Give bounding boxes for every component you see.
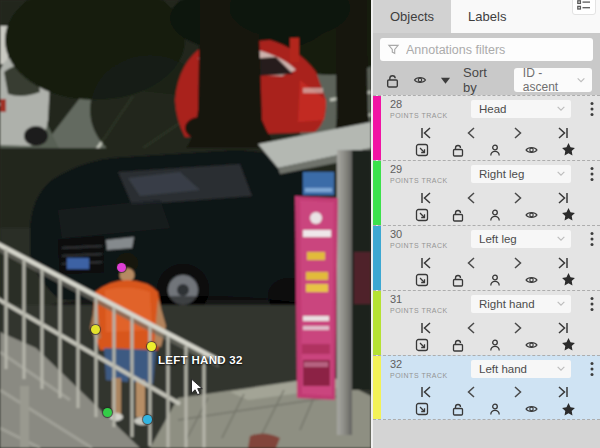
keyframe-button[interactable] — [561, 272, 576, 288]
hide-object-button[interactable] — [524, 401, 539, 417]
expand-states-button[interactable] — [440, 76, 451, 85]
object-menu-button[interactable] — [590, 294, 594, 316]
active-point-label: LEFT HAND 32 — [158, 354, 243, 366]
prev-keyframe-button[interactable] — [465, 255, 479, 271]
switch-occluded-button[interactable] — [488, 337, 502, 353]
track-id-block: 32 POINTS TRACK — [385, 359, 471, 379]
hide-object-button[interactable] — [524, 207, 539, 223]
lock-object-button[interactable] — [451, 272, 465, 288]
label-select[interactable]: Left leg — [471, 230, 571, 248]
first-keyframe-button[interactable] — [419, 190, 433, 206]
sidebar-controls-row: Sort by ID - ascent — [373, 65, 600, 95]
eye-icon — [524, 143, 539, 157]
first-keyframe-button[interactable] — [419, 320, 433, 336]
chevron-down-icon — [556, 300, 566, 308]
hide-object-button[interactable] — [524, 337, 539, 353]
keypoint-right-hand[interactable] — [91, 325, 100, 334]
track-list: 28 POINTS TRACK Head — [373, 95, 600, 448]
switch-outside-button[interactable] — [415, 142, 429, 158]
outside-icon — [415, 208, 429, 222]
keyframe-button[interactable] — [561, 142, 576, 158]
track-item[interactable]: 32 POINTS TRACK Left hand — [373, 355, 600, 420]
switch-occluded-button[interactable] — [488, 207, 502, 223]
track-type: POINTS TRACK — [390, 177, 471, 184]
last-keyframe-icon — [556, 385, 570, 399]
switch-outside-button[interactable] — [415, 401, 429, 417]
switch-outside-button[interactable] — [415, 207, 429, 223]
lock-object-button[interactable] — [451, 401, 465, 417]
next-keyframe-button[interactable] — [510, 190, 524, 206]
switch-outside-button[interactable] — [415, 272, 429, 288]
switch-outside-button[interactable] — [415, 337, 429, 353]
tab-objects[interactable]: Objects — [373, 0, 451, 33]
hide-all-button[interactable] — [412, 73, 428, 87]
track-item[interactable]: 28 POINTS TRACK Head — [373, 95, 600, 160]
last-keyframe-button[interactable] — [556, 125, 570, 141]
switch-occluded-button[interactable] — [488, 142, 502, 158]
track-item-body: 28 POINTS TRACK Head — [381, 96, 600, 160]
star-icon — [561, 337, 576, 352]
next-keyframe-button[interactable] — [510, 384, 524, 400]
objects-sidebar: Objects Labels — [371, 0, 600, 448]
annotations-filter-box[interactable] — [380, 38, 593, 61]
label-select[interactable]: Right leg — [471, 165, 571, 183]
object-menu-button[interactable] — [590, 164, 594, 186]
eye-icon — [524, 208, 539, 222]
keypoint-left-leg[interactable] — [143, 415, 152, 424]
appearance-menu-button[interactable] — [572, 0, 596, 15]
object-menu-button[interactable] — [590, 99, 594, 121]
next-keyframe-button[interactable] — [510, 320, 524, 336]
track-item-body: 31 POINTS TRACK Right hand — [381, 291, 600, 355]
keyframe-button[interactable] — [561, 337, 576, 353]
tab-labels[interactable]: Labels — [451, 0, 523, 33]
label-select[interactable]: Head — [471, 100, 571, 118]
last-keyframe-button[interactable] — [556, 384, 570, 400]
track-item[interactable]: 30 POINTS TRACK Left leg — [373, 225, 600, 290]
next-keyframe-button[interactable] — [510, 125, 524, 141]
first-keyframe-button[interactable] — [419, 384, 433, 400]
prev-keyframe-button[interactable] — [465, 125, 479, 141]
sort-order-value: ID - ascent — [523, 66, 576, 94]
prev-keyframe-button[interactable] — [465, 384, 479, 400]
next-keyframe-button[interactable] — [510, 255, 524, 271]
prev-keyframe-button[interactable] — [465, 190, 479, 206]
object-menu-button[interactable] — [590, 359, 594, 381]
caret-down-icon — [440, 76, 451, 85]
eye-icon — [524, 338, 539, 352]
lock-all-button[interactable] — [385, 73, 400, 88]
sort-order-select[interactable]: ID - ascent — [514, 68, 592, 92]
star-icon — [561, 207, 576, 222]
track-id: 32 — [390, 359, 471, 371]
last-keyframe-button[interactable] — [556, 190, 570, 206]
object-menu-button[interactable] — [590, 229, 594, 251]
first-keyframe-button[interactable] — [419, 255, 433, 271]
annotations-filter-input[interactable] — [406, 43, 586, 57]
lock-object-button[interactable] — [451, 142, 465, 158]
prev-keyframe-icon — [465, 321, 479, 335]
first-keyframe-button[interactable] — [419, 125, 433, 141]
last-keyframe-button[interactable] — [556, 320, 570, 336]
keypoint-left-hand[interactable] — [147, 342, 156, 351]
switch-occluded-button[interactable] — [488, 272, 502, 288]
hide-object-button[interactable] — [524, 142, 539, 158]
track-item[interactable]: 29 POINTS TRACK Right leg — [373, 160, 600, 225]
hide-object-button[interactable] — [524, 272, 539, 288]
keyframe-button[interactable] — [561, 207, 576, 223]
lock-object-button[interactable] — [451, 207, 465, 223]
annotation-canvas[interactable]: LEFT HAND 32 — [0, 0, 371, 448]
label-select[interactable]: Right hand — [471, 295, 571, 313]
switch-occluded-button[interactable] — [488, 401, 502, 417]
person-icon — [488, 273, 502, 287]
keyframe-button[interactable] — [561, 401, 576, 417]
next-keyframe-icon — [510, 126, 524, 140]
label-select[interactable]: Left hand — [471, 360, 571, 378]
track-item[interactable]: 31 POINTS TRACK Right hand — [373, 290, 600, 355]
track-id-block: 30 POINTS TRACK — [385, 229, 471, 249]
first-keyframe-icon — [419, 256, 433, 270]
last-keyframe-button[interactable] — [556, 255, 570, 271]
prev-keyframe-button[interactable] — [465, 320, 479, 336]
keypoint-right-leg[interactable] — [103, 408, 112, 417]
annotation-overlay: LEFT HAND 32 — [0, 0, 371, 448]
keypoint-head[interactable] — [117, 263, 126, 272]
lock-object-button[interactable] — [451, 337, 465, 353]
